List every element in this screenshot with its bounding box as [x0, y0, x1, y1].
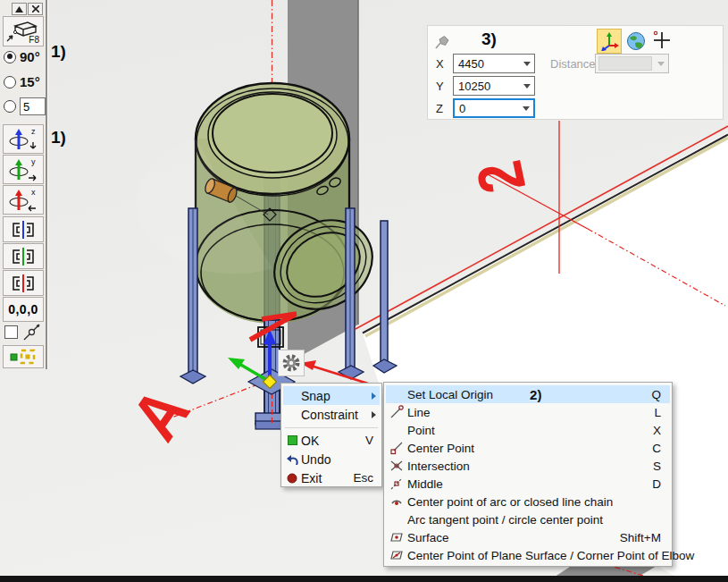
pick-point-button[interactable]: [650, 29, 674, 52]
world-coordinates-button[interactable]: [625, 30, 647, 52]
annotation-step1-top: 1): [51, 42, 66, 62]
mirror-z-button[interactable]: [3, 216, 44, 242]
svg-text:z: z: [31, 127, 36, 136]
distance-label: Distance: [550, 57, 596, 71]
menu-item-snap[interactable]: Snap: [283, 386, 380, 405]
ok-square-icon: [288, 435, 297, 445]
origin-000-button[interactable]: 0,0,0: [3, 297, 44, 322]
distance-value: [598, 56, 652, 71]
rotate-y-button[interactable]: y: [3, 155, 44, 184]
rotate-z-button[interactable]: z: [3, 124, 44, 154]
coordinate-panel: 3) X 4450 Dist: [427, 25, 724, 120]
middle-snap-icon: [389, 477, 404, 491]
submenu-item-set-local-origin[interactable]: Set Local Origin 2) Q: [386, 385, 670, 403]
z-coordinate-combo[interactable]: 0: [453, 98, 535, 118]
chevron-down-icon[interactable]: [520, 62, 534, 66]
app-window: A 2 F8 90° 15°: [0, 0, 728, 582]
chevron-down-icon[interactable]: [519, 106, 533, 111]
menu-separator: [285, 427, 378, 428]
annotation-step2: 2): [530, 387, 541, 402]
y-field-label: Y: [436, 80, 444, 93]
radio-selected-icon: [4, 51, 16, 63]
pin-icon[interactable]: [434, 34, 450, 50]
snap-option-checkbox[interactable]: [4, 325, 18, 339]
menu-item-constraint[interactable]: Constraint: [283, 405, 380, 424]
crosshair-icon: [651, 30, 673, 51]
triangle-up-icon: [15, 6, 23, 13]
reference-point-button[interactable]: [3, 345, 44, 368]
globe-icon: [626, 31, 646, 51]
menu-item-undo[interactable]: Undo: [283, 450, 380, 468]
intersection-icon: [389, 459, 404, 473]
gear-icon: [281, 353, 301, 373]
submenu-item-intersection[interactable]: Intersection S: [386, 457, 670, 475]
menu-item-ok[interactable]: OK V: [283, 431, 380, 450]
svg-text:y: y: [31, 157, 36, 166]
submenu-item-middle[interactable]: Middle D: [386, 475, 670, 493]
mirror-y-button[interactable]: [3, 243, 44, 269]
submenu-item-arc-tangent[interactable]: Arc tangent point / circle center point: [386, 510, 670, 528]
close-icon: [32, 5, 39, 13]
custom-angle-input[interactable]: [20, 97, 46, 115]
axis-triad-icon: [599, 31, 619, 51]
checkbox-icon: [4, 325, 18, 339]
exit-dot-icon: [287, 473, 297, 484]
angle-option-15[interactable]: 15°: [4, 74, 40, 89]
submenu-item-point[interactable]: Point X: [386, 421, 670, 439]
center-point-icon: [389, 441, 404, 455]
rotate-z-icon: z: [5, 127, 41, 152]
rotate-x-icon: x: [5, 188, 41, 213]
submenu-arrow-icon: [372, 411, 376, 418]
submenu-arrow-icon: [372, 392, 376, 400]
x-coordinate-combo[interactable]: 4450: [453, 54, 535, 73]
y-coordinate-combo[interactable]: 10250: [453, 76, 535, 96]
free-view-f8-button[interactable]: F8: [3, 16, 44, 46]
surface-icon: [389, 530, 404, 544]
submenu-item-arc-center[interactable]: Center point of arc or closed line chain: [386, 493, 670, 510]
x-field-label: X: [436, 57, 444, 71]
mirror-y-icon: [8, 247, 38, 266]
f8-label: F8: [29, 35, 39, 45]
arc-center-icon: [389, 494, 404, 509]
annotation-step3: 3): [481, 30, 497, 49]
angle-option-custom[interactable]: [4, 97, 46, 115]
reference-point-icon: [8, 347, 38, 367]
line-snap-icon: [389, 405, 404, 419]
submenu-item-center-point[interactable]: Center Point C: [386, 439, 670, 457]
angle-option-90[interactable]: 90°: [4, 49, 40, 64]
radio-icon: [4, 100, 16, 113]
rotate-y-icon: y: [5, 157, 41, 182]
chevron-down-icon[interactable]: [520, 84, 534, 89]
snap-toolbar: F8 90° 15° z: [0, 0, 47, 369]
distance-combo: [595, 54, 669, 73]
line-point-icon[interactable]: [21, 322, 43, 343]
plane-center-icon: [389, 548, 404, 562]
rotate-x-button[interactable]: x: [3, 185, 44, 215]
chevron-down-icon: [654, 62, 668, 66]
window-bottom-bar: [0, 576, 728, 582]
menu-item-exit[interactable]: Exit Esc: [283, 468, 380, 487]
snap-submenu: Set Local Origin 2) Q Line L Point X Cen…: [383, 382, 673, 567]
options-gear-button[interactable]: [278, 350, 305, 376]
svg-text:x: x: [31, 188, 36, 197]
submenu-item-plane-center[interactable]: Center Point of Plane Surface / Corner P…: [386, 546, 670, 564]
annotation-step1-mid: 1): [51, 128, 66, 148]
mirror-z-icon: [8, 220, 38, 240]
undo-arrow-icon: [285, 453, 299, 465]
z-field-label: Z: [436, 102, 443, 115]
radio-icon: [4, 76, 16, 89]
mirror-x-icon: [8, 274, 38, 293]
toolbar-close-button[interactable]: [28, 3, 43, 15]
submenu-item-line[interactable]: Line L: [386, 403, 670, 421]
local-coordinates-button[interactable]: [597, 29, 622, 54]
mirror-x-button[interactable]: [3, 270, 44, 296]
submenu-item-surface[interactable]: Surface Shift+M: [386, 528, 670, 546]
toolbar-minimize-button[interactable]: [12, 3, 27, 15]
context-menu: Snap Constraint OK V Undo Exit Esc: [280, 383, 382, 487]
